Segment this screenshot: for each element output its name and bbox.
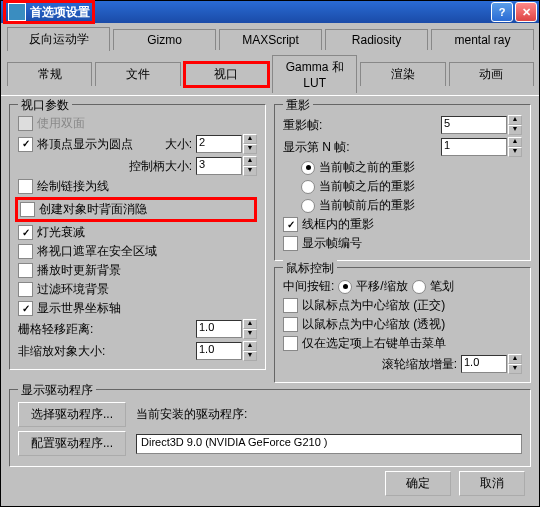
cb-backface[interactable] bbox=[20, 202, 35, 217]
group-mouse: 中间按钮: 平移/缩放 笔划 以鼠标点为中心缩放 (正交) 以鼠标点为中心缩放 … bbox=[274, 267, 531, 383]
cb-filter-bg[interactable] bbox=[18, 282, 33, 297]
help-button[interactable]: ? bbox=[491, 2, 513, 22]
spinner-ghost-frames[interactable]: 5▲▼ bbox=[441, 115, 522, 135]
group-driver: 选择驱动程序... 当前安装的驱动程序: 配置驱动程序... Direct3D … bbox=[9, 389, 531, 467]
current-driver-field: Direct3D 9.0 (NVIDIA GeForce G210 ) bbox=[136, 434, 522, 454]
rb-ghost-after[interactable] bbox=[301, 180, 315, 194]
tab-files[interactable]: 文件 bbox=[95, 62, 180, 86]
spinner-ghost-nth[interactable]: 1▲▼ bbox=[441, 137, 522, 157]
spinner-grid-dist[interactable]: 1.0▲▼ bbox=[196, 319, 257, 339]
tab-gamma[interactable]: Gamma 和 LUT bbox=[272, 55, 357, 93]
group-ghost: 重影帧: 5▲▼ 显示第 N 帧: 1▲▼ 当前帧之前的重影 当前帧之后的重影 … bbox=[274, 104, 531, 261]
cb-center-ortho[interactable] bbox=[283, 298, 298, 313]
spinner-vert-size[interactable]: 2▲▼ bbox=[196, 134, 257, 154]
cb-world-axis[interactable] bbox=[18, 301, 33, 316]
cb-draw-links[interactable] bbox=[18, 179, 33, 194]
preferences-window: 首选项设置 ? ✕ 反向运动学 Gizmo MAXScript Radiosit… bbox=[0, 0, 540, 507]
spinner-nonscale[interactable]: 1.0▲▼ bbox=[196, 341, 257, 361]
cb-vert-dots[interactable] bbox=[18, 137, 33, 152]
group-viewport-params: 使用双面 将顶点显示为圆点大小: 2▲▼ 控制柄大小: 3▲▼ 绘制链接为线 创… bbox=[9, 104, 266, 370]
ok-button[interactable]: 确定 bbox=[385, 471, 451, 496]
tab-ik[interactable]: 反向运动学 bbox=[7, 27, 110, 51]
tab-mentalray[interactable]: mental ray bbox=[431, 29, 534, 50]
titlebar: 首选项设置 ? ✕ bbox=[1, 1, 539, 23]
cb-use-double bbox=[18, 116, 33, 131]
tab-general[interactable]: 常规 bbox=[7, 62, 92, 86]
spinner-handle-size[interactable]: 3▲▼ bbox=[196, 156, 257, 176]
cb-ghost-shownum[interactable] bbox=[283, 236, 298, 251]
cb-rmb-menu[interactable] bbox=[283, 336, 298, 351]
cb-ghost-wire[interactable] bbox=[283, 217, 298, 232]
rb-ghost-before[interactable] bbox=[301, 161, 315, 175]
rb-ghost-both[interactable] bbox=[301, 199, 315, 213]
tab-radiosity[interactable]: Radiosity bbox=[325, 29, 428, 50]
cb-light-atten[interactable] bbox=[18, 225, 33, 240]
tabs: 反向运动学 Gizmo MAXScript Radiosity mental r… bbox=[1, 23, 539, 95]
cb-safe-mask[interactable] bbox=[18, 244, 33, 259]
app-icon bbox=[8, 3, 26, 21]
spinner-wheel[interactable]: 1.0▲▼ bbox=[461, 354, 522, 374]
close-button[interactable]: ✕ bbox=[515, 2, 537, 22]
window-title: 首选项设置 bbox=[30, 4, 90, 21]
choose-driver-button[interactable]: 选择驱动程序... bbox=[18, 402, 126, 427]
config-driver-button[interactable]: 配置驱动程序... bbox=[18, 431, 126, 456]
tab-gizmo[interactable]: Gizmo bbox=[113, 29, 216, 50]
tab-maxscript[interactable]: MAXScript bbox=[219, 29, 322, 50]
rb-mid-pan[interactable] bbox=[338, 280, 352, 294]
cb-update-bg[interactable] bbox=[18, 263, 33, 278]
tab-anim[interactable]: 动画 bbox=[449, 62, 534, 86]
cb-center-persp[interactable] bbox=[283, 317, 298, 332]
cancel-button[interactable]: 取消 bbox=[459, 471, 525, 496]
rb-mid-stroke[interactable] bbox=[412, 280, 426, 294]
tab-render[interactable]: 渲染 bbox=[360, 62, 445, 86]
tab-viewport[interactable]: 视口 bbox=[184, 62, 269, 87]
